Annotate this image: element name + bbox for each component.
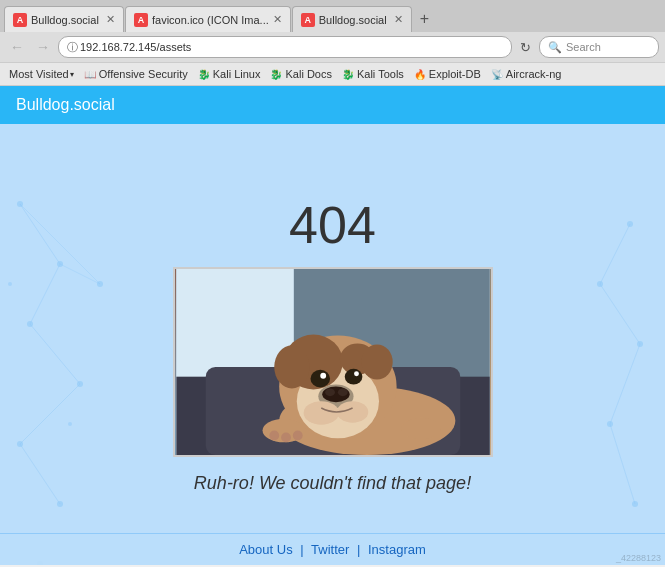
browser-tab-tab-1[interactable]: A Bulldog.social ✕ [4, 6, 124, 32]
bookmark-label: Exploit-DB [429, 68, 481, 80]
bookmark-icon: 🐉 [342, 69, 354, 80]
tab-favicon: A [13, 13, 27, 27]
svg-point-21 [632, 501, 638, 507]
footer-link-about[interactable]: About Us [239, 542, 292, 557]
tab-favicon: A [301, 13, 315, 27]
bookmark-icon: 🐉 [270, 69, 282, 80]
svg-point-54 [401, 418, 440, 440]
security-icon: ⓘ [67, 40, 78, 55]
svg-point-45 [320, 373, 326, 379]
new-tab-button[interactable]: + [412, 6, 437, 32]
bookmark-item-5[interactable]: 🔥Exploit-DB [409, 67, 486, 81]
svg-point-43 [310, 370, 330, 388]
svg-point-1 [57, 261, 63, 267]
svg-point-42 [361, 344, 392, 379]
svg-point-7 [97, 281, 103, 287]
bookmarks-bar: Most Visited▾📖Offensive Security🐉Kali Li… [0, 62, 665, 86]
tab-bar: A Bulldog.social ✕ A favicon.ico (ICON I… [0, 0, 665, 32]
footer-sep-2: | [357, 542, 360, 557]
bookmark-label: Aircrack-ng [506, 68, 562, 80]
search-placeholder: Search [566, 41, 601, 53]
svg-point-56 [281, 432, 291, 442]
page-content: Bulldog.social [0, 86, 665, 567]
reload-button[interactable]: ↻ [516, 38, 535, 57]
bookmark-icon: 📡 [491, 69, 503, 80]
svg-point-5 [57, 501, 63, 507]
svg-point-0 [17, 201, 23, 207]
browser-tab-tab-2[interactable]: A favicon.ico (ICON Ima... ✕ [125, 6, 291, 32]
svg-point-4 [17, 441, 23, 447]
svg-line-12 [30, 324, 80, 384]
svg-line-13 [20, 384, 80, 444]
tab-title: Bulldog.social [31, 14, 102, 26]
bookmark-label: Kali Docs [285, 68, 331, 80]
svg-line-16 [20, 204, 100, 284]
url-bar[interactable]: ⓘ 192.168.72.145/assets [58, 36, 512, 58]
forward-button[interactable]: → [32, 37, 54, 57]
back-button[interactable]: ← [6, 37, 28, 57]
svg-point-8 [8, 282, 12, 286]
bookmark-item-0[interactable]: Most Visited▾ [4, 67, 79, 81]
bookmark-label: Kali Tools [357, 68, 404, 80]
svg-point-17 [627, 221, 633, 227]
tab-favicon: A [134, 13, 148, 27]
footer-link-instagram[interactable]: Instagram [368, 542, 426, 557]
tab-close-button[interactable]: ✕ [394, 13, 403, 26]
svg-point-3 [77, 381, 83, 387]
svg-line-14 [20, 444, 60, 504]
svg-point-20 [607, 421, 613, 427]
dog-image [173, 267, 493, 457]
svg-line-25 [610, 424, 635, 504]
tab-title: Bulldog.social [319, 14, 390, 26]
bookmark-item-6[interactable]: 📡Aircrack-ng [486, 67, 567, 81]
svg-line-23 [600, 284, 640, 344]
main-area: 404 [0, 124, 665, 565]
svg-point-50 [337, 388, 347, 396]
svg-point-18 [597, 281, 603, 287]
bookmark-arrow: ▾ [70, 70, 74, 79]
tab-title: favicon.ico (ICON Ima... [152, 14, 269, 26]
svg-line-22 [600, 224, 630, 284]
bookmark-item-2[interactable]: 🐉Kali Linux [193, 67, 266, 81]
address-bar: ← → ⓘ 192.168.72.145/assets ↻ 🔍 Search [0, 32, 665, 62]
svg-point-46 [354, 371, 359, 376]
bookmark-item-3[interactable]: 🐉Kali Docs [265, 67, 336, 81]
bookmark-icon: 🐉 [198, 69, 210, 80]
error-code: 404 [289, 195, 376, 255]
footer-link-twitter[interactable]: Twitter [311, 542, 349, 557]
bookmark-item-4[interactable]: 🐉Kali Tools [337, 67, 409, 81]
site-header: Bulldog.social [0, 86, 665, 124]
bookmark-item-1[interactable]: 📖Offensive Security [79, 67, 193, 81]
search-bar[interactable]: 🔍 Search [539, 36, 659, 58]
site-footer: About Us | Twitter | Instagram [0, 533, 665, 565]
bookmark-label: Kali Linux [213, 68, 261, 80]
svg-point-51 [303, 401, 338, 424]
watermark: _42288123 [616, 553, 661, 563]
svg-line-10 [20, 204, 60, 264]
svg-point-44 [344, 369, 362, 385]
svg-point-19 [637, 341, 643, 347]
bookmark-icon: 🔥 [414, 69, 426, 80]
tab-close-button[interactable]: ✕ [273, 13, 282, 26]
svg-line-24 [610, 344, 640, 424]
svg-point-55 [269, 431, 279, 441]
site-header-title: Bulldog.social [16, 96, 115, 113]
bookmark-label: Offensive Security [99, 68, 188, 80]
svg-line-11 [30, 264, 60, 324]
browser-window: A Bulldog.social ✕ A favicon.ico (ICON I… [0, 0, 665, 567]
tab-close-button[interactable]: ✕ [106, 13, 115, 26]
search-icon: 🔍 [548, 41, 562, 54]
error-container: 404 [173, 195, 493, 494]
svg-point-57 [292, 431, 302, 441]
bookmark-label: Most Visited [9, 68, 69, 80]
browser-tab-tab-3[interactable]: A Bulldog.social ✕ [292, 6, 412, 32]
footer-sep-1: | [300, 542, 303, 557]
svg-point-41 [274, 345, 309, 388]
svg-point-49 [325, 388, 335, 396]
svg-point-2 [27, 321, 33, 327]
bookmark-icon: 📖 [84, 69, 96, 80]
error-message: Ruh-ro! We couldn't find that page! [194, 473, 471, 494]
svg-line-15 [60, 264, 100, 284]
url-text: 192.168.72.145/assets [80, 41, 191, 53]
svg-point-9 [68, 422, 72, 426]
